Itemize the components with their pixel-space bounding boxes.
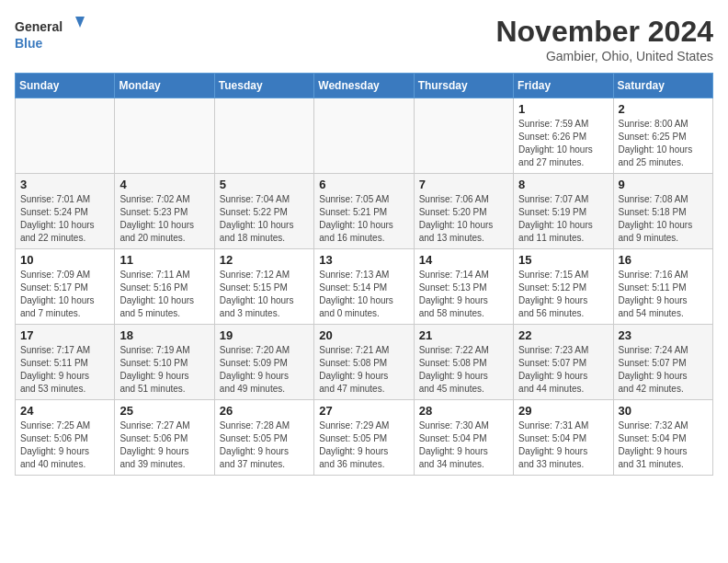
day-info: Sunrise: 7:22 AM Sunset: 5:08 PM Dayligh… [419,344,508,396]
day-number: 4 [119,178,209,191]
day-number: 19 [220,328,309,342]
day-cell [414,98,513,174]
day-number: 7 [419,178,508,191]
day-cell [16,98,115,174]
day-cell: 28Sunrise: 7:30 AM Sunset: 5:04 PM Dayli… [414,400,513,476]
day-number: 18 [119,328,209,342]
day-number: 5 [220,178,309,191]
day-info: Sunrise: 7:09 AM Sunset: 5:17 PM Dayligh… [20,269,109,320]
day-number: 3 [20,178,109,191]
day-cell: 9Sunrise: 7:08 AM Sunset: 5:18 PM Daylig… [613,174,712,249]
day-number: 14 [419,253,508,267]
day-cell: 22Sunrise: 7:23 AM Sunset: 5:07 PM Dayli… [514,325,613,400]
calendar-title: November 2024 Gambier, Ohio, United Stat… [495,15,713,63]
day-number: 9 [619,178,708,191]
day-info: Sunrise: 7:23 AM Sunset: 5:07 PM Dayligh… [518,344,608,396]
day-info: Sunrise: 7:20 AM Sunset: 5:09 PM Dayligh… [220,344,309,396]
week-row-5: 24Sunrise: 7:25 AM Sunset: 5:06 PM Dayli… [16,400,713,476]
day-cell [115,98,214,174]
day-cell [314,98,414,174]
day-cell: 25Sunrise: 7:27 AM Sunset: 5:06 PM Dayli… [115,400,214,476]
day-number: 17 [20,328,109,342]
day-cell: 7Sunrise: 7:06 AM Sunset: 5:20 PM Daylig… [414,174,513,249]
weekday-header-friday: Friday [514,74,613,98]
day-info: Sunrise: 7:28 AM Sunset: 5:05 PM Dayligh… [220,419,309,471]
day-cell: 23Sunrise: 7:24 AM Sunset: 5:07 PM Dayli… [613,325,712,400]
day-cell: 20Sunrise: 7:21 AM Sunset: 5:08 PM Dayli… [314,325,414,400]
day-cell: 18Sunrise: 7:19 AM Sunset: 5:10 PM Dayli… [115,325,214,400]
svg-text:General: General [15,19,63,34]
week-row-4: 17Sunrise: 7:17 AM Sunset: 5:11 PM Dayli… [16,325,713,400]
weekday-header-sunday: Sunday [16,74,115,98]
day-info: Sunrise: 7:25 AM Sunset: 5:06 PM Dayligh… [20,419,109,471]
day-number: 1 [518,102,608,116]
location-text: Gambier, Ohio, United States [495,49,713,63]
weekday-header-row: SundayMondayTuesdayWednesdayThursdayFrid… [16,74,713,98]
day-info: Sunrise: 7:11 AM Sunset: 5:16 PM Dayligh… [119,269,209,320]
day-cell: 13Sunrise: 7:13 AM Sunset: 5:14 PM Dayli… [314,249,414,325]
top-header: General Blue November 2024 Gambier, Ohio… [15,15,713,63]
day-info: Sunrise: 7:27 AM Sunset: 5:06 PM Dayligh… [119,419,209,471]
day-cell: 14Sunrise: 7:14 AM Sunset: 5:13 PM Dayli… [414,249,513,325]
day-info: Sunrise: 8:00 AM Sunset: 6:25 PM Dayligh… [619,118,708,169]
day-number: 20 [319,328,408,342]
svg-marker-8 [75,17,85,28]
day-cell: 4Sunrise: 7:02 AM Sunset: 5:23 PM Daylig… [115,174,214,249]
logo-wrap: General Blue [15,15,88,55]
day-cell: 8Sunrise: 7:07 AM Sunset: 5:19 PM Daylig… [514,174,613,249]
day-cell: 2Sunrise: 8:00 AM Sunset: 6:25 PM Daylig… [613,98,712,174]
day-cell: 1Sunrise: 7:59 AM Sunset: 6:26 PM Daylig… [514,98,613,174]
day-cell: 16Sunrise: 7:16 AM Sunset: 5:11 PM Dayli… [613,249,712,325]
svg-text:Blue: Blue [15,36,43,51]
day-number: 29 [518,404,608,418]
day-cell: 27Sunrise: 7:29 AM Sunset: 5:05 PM Dayli… [314,400,414,476]
day-number: 26 [220,404,309,418]
day-info: Sunrise: 7:24 AM Sunset: 5:07 PM Dayligh… [619,344,708,396]
day-info: Sunrise: 7:07 AM Sunset: 5:19 PM Dayligh… [518,193,608,245]
day-cell: 11Sunrise: 7:11 AM Sunset: 5:16 PM Dayli… [115,249,214,325]
day-info: Sunrise: 7:12 AM Sunset: 5:15 PM Dayligh… [220,269,309,320]
day-number: 27 [319,404,408,418]
day-number: 23 [619,328,708,342]
day-info: Sunrise: 7:17 AM Sunset: 5:11 PM Dayligh… [20,344,109,396]
logo-svg: General Blue [15,15,88,55]
day-cell: 26Sunrise: 7:28 AM Sunset: 5:05 PM Dayli… [214,400,313,476]
day-info: Sunrise: 7:06 AM Sunset: 5:20 PM Dayligh… [419,193,508,245]
day-info: Sunrise: 7:04 AM Sunset: 5:22 PM Dayligh… [220,193,309,245]
day-info: Sunrise: 7:32 AM Sunset: 5:04 PM Dayligh… [619,419,708,471]
day-number: 22 [518,328,608,342]
day-info: Sunrise: 7:15 AM Sunset: 5:12 PM Dayligh… [518,269,608,320]
day-cell: 24Sunrise: 7:25 AM Sunset: 5:06 PM Dayli… [16,400,115,476]
day-info: Sunrise: 7:19 AM Sunset: 5:10 PM Dayligh… [119,344,209,396]
day-cell: 17Sunrise: 7:17 AM Sunset: 5:11 PM Dayli… [16,325,115,400]
day-info: Sunrise: 7:16 AM Sunset: 5:11 PM Dayligh… [619,269,708,320]
day-number: 10 [20,253,109,267]
day-number: 13 [319,253,408,267]
day-cell: 15Sunrise: 7:15 AM Sunset: 5:12 PM Dayli… [514,249,613,325]
weekday-header-thursday: Thursday [414,74,513,98]
day-cell: 29Sunrise: 7:31 AM Sunset: 5:04 PM Dayli… [514,400,613,476]
day-cell: 12Sunrise: 7:12 AM Sunset: 5:15 PM Dayli… [214,249,313,325]
day-number: 2 [619,102,708,116]
weekday-header-wednesday: Wednesday [314,74,414,98]
day-number: 25 [119,404,209,418]
weekday-header-tuesday: Tuesday [214,74,313,98]
day-number: 8 [518,178,608,191]
day-info: Sunrise: 7:05 AM Sunset: 5:21 PM Dayligh… [319,193,408,245]
day-info: Sunrise: 7:59 AM Sunset: 6:26 PM Dayligh… [518,118,608,169]
day-cell: 6Sunrise: 7:05 AM Sunset: 5:21 PM Daylig… [314,174,414,249]
day-cell: 19Sunrise: 7:20 AM Sunset: 5:09 PM Dayli… [214,325,313,400]
day-info: Sunrise: 7:08 AM Sunset: 5:18 PM Dayligh… [619,193,708,245]
day-number: 15 [518,253,608,267]
day-info: Sunrise: 7:14 AM Sunset: 5:13 PM Dayligh… [419,269,508,320]
day-info: Sunrise: 7:02 AM Sunset: 5:23 PM Dayligh… [119,193,209,245]
day-number: 11 [119,253,209,267]
day-number: 30 [619,404,708,418]
day-info: Sunrise: 7:21 AM Sunset: 5:08 PM Dayligh… [319,344,408,396]
month-year: November 2024 [495,15,713,49]
weekday-header-saturday: Saturday [613,74,712,98]
day-cell: 3Sunrise: 7:01 AM Sunset: 5:24 PM Daylig… [16,174,115,249]
day-number: 16 [619,253,708,267]
day-cell: 21Sunrise: 7:22 AM Sunset: 5:08 PM Dayli… [414,325,513,400]
day-cell [214,98,313,174]
